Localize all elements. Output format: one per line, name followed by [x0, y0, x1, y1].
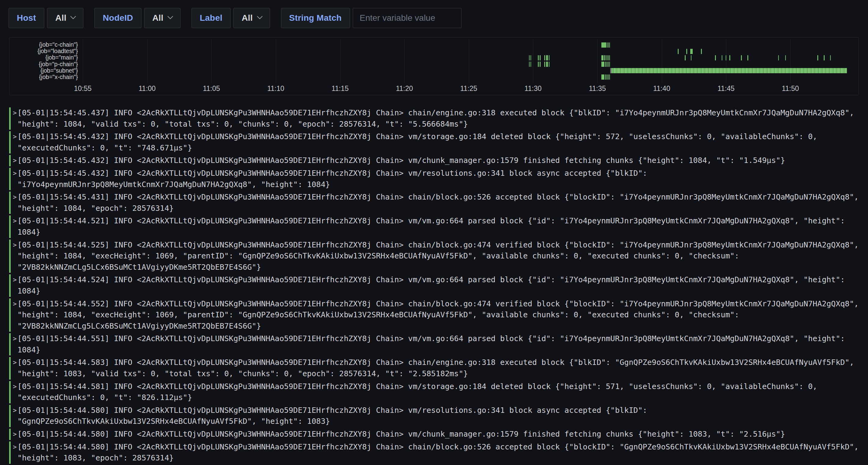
log-volume-panel: 10:5511:0011:0511:1011:1511:2011:2511:30…: [9, 37, 859, 95]
log-row[interactable]: >[05-01|15:54:44.580] INFO <2AcRkXTLLtQj…: [9, 441, 859, 464]
x-axis-tick-label: 11:15: [332, 85, 349, 93]
variable-value-nodeid[interactable]: All: [144, 8, 181, 28]
log-row[interactable]: >[05-01|15:54:45.437] INFO <2AcRkXTLLtQj…: [9, 107, 859, 130]
log-row[interactable]: >[05-01|15:54:44.581] INFO <2AcRkXTLLtQj…: [9, 381, 859, 403]
volume-bar: [601, 55, 603, 60]
volume-bar: [544, 55, 545, 60]
volume-bar: [609, 74, 610, 80]
expand-row-icon[interactable]: >: [11, 357, 18, 368]
expand-row-icon[interactable]: >: [11, 405, 18, 416]
x-gridline: [533, 39, 533, 83]
legend-item[interactable]: {job="x-chain"}: [12, 74, 78, 80]
volume-bar: [608, 74, 609, 80]
log-row[interactable]: >[05-01|15:54:45.432] INFO <2AcRkXTLLtQj…: [9, 131, 859, 154]
x-gridline: [469, 39, 469, 83]
volume-bar: [549, 62, 550, 67]
legend-item[interactable]: {job="p-chain"}: [12, 61, 78, 67]
legend-item[interactable]: {job="loadtest"}: [12, 48, 78, 54]
volume-bar: [549, 55, 550, 60]
log-line-text: [05-01|15:54:44.552] INFO <2AcRkXTLLtQjv…: [18, 298, 859, 332]
variable-group-label: LabelAll: [191, 8, 270, 28]
log-line-text: [05-01|15:54:44.580] INFO <2AcRkXTLLtQjv…: [18, 405, 859, 427]
log-row[interactable]: >[05-01|15:54:44.580] INFO <2AcRkXTLLtQj…: [9, 429, 859, 440]
log-line-text: [05-01|15:54:44.580] INFO <2AcRkXTLLtQjv…: [18, 429, 859, 440]
string-match-label: String Match: [281, 8, 350, 28]
volume-bar: [778, 55, 779, 60]
volume-bar: [546, 62, 548, 67]
legend-item[interactable]: {job="subnet"}: [12, 67, 78, 74]
x-gridline: [276, 39, 276, 83]
x-gridline: [404, 39, 405, 83]
volume-bar: [701, 49, 702, 54]
log-row[interactable]: >[05-01|15:54:44.583] INFO <2AcRkXTLLtQj…: [9, 357, 859, 379]
variables-toolbar: HostAllNodeIDAllLabelAll String Match: [8, 8, 462, 28]
log-row[interactable]: >[05-01|15:54:44.524] INFO <2AcRkXTLLtQj…: [9, 274, 859, 297]
volume-bar: [538, 55, 539, 60]
x-axis-tick-label: 11:20: [396, 85, 413, 93]
variable-value-host[interactable]: All: [47, 8, 83, 28]
volume-bar: [741, 55, 742, 60]
volume-bar: [830, 55, 831, 60]
volume-bar: [529, 55, 530, 60]
log-row[interactable]: >[05-01|15:54:44.552] INFO <2AcRkXTLLtQj…: [9, 298, 859, 332]
log-row[interactable]: >[05-01|15:54:45.431] INFO <2AcRkXTLLtQj…: [9, 192, 859, 214]
x-axis-tick-label: 11:25: [460, 85, 477, 93]
volume-bar: [612, 68, 847, 73]
expand-row-icon[interactable]: >: [11, 429, 18, 440]
volume-bar: [608, 42, 609, 47]
volume-bar: [538, 62, 539, 67]
expand-row-icon[interactable]: >: [11, 274, 18, 286]
legend-item[interactable]: {job="c-chain"}: [12, 41, 78, 48]
x-gridline: [790, 39, 791, 83]
volume-bar: [530, 55, 531, 60]
log-row[interactable]: >[05-01|15:54:45.432] INFO <2AcRkXTLLtQj…: [9, 155, 859, 166]
chevron-down-icon: [257, 13, 262, 19]
variable-value-text: All: [152, 13, 163, 23]
volume-bar: [715, 55, 716, 60]
expand-row-icon[interactable]: >: [11, 239, 18, 251]
volume-legend: {job="c-chain"}{job="loadtest"}{job="mai…: [12, 41, 78, 80]
expand-row-icon[interactable]: >: [11, 381, 18, 392]
expand-row-icon[interactable]: >: [11, 215, 18, 227]
x-axis-tick-label: 11:50: [782, 85, 799, 93]
x-gridline: [662, 39, 662, 83]
variable-value-label[interactable]: All: [233, 8, 270, 28]
legend-item[interactable]: {job="main"}: [12, 54, 78, 61]
expand-row-icon[interactable]: >: [11, 155, 18, 166]
volume-bar: [607, 55, 608, 60]
x-gridline: [211, 39, 212, 83]
log-list: >[05-01|15:54:45.437] INFO <2AcRkXTLLtQj…: [9, 107, 859, 465]
chevron-down-icon: [167, 13, 173, 19]
log-line-text: [05-01|15:54:44.581] INFO <2AcRkXTLLtQjv…: [18, 381, 859, 403]
string-match-input[interactable]: [353, 8, 462, 28]
volume-bar: [785, 55, 786, 60]
log-row[interactable]: >[05-01|15:54:44.521] INFO <2AcRkXTLLtQj…: [9, 215, 859, 238]
volume-bar: [609, 62, 610, 67]
variable-group-nodeid: NodeIDAll: [94, 8, 181, 28]
expand-row-icon[interactable]: >: [11, 333, 18, 344]
volume-bar: [607, 74, 608, 80]
volume-bar: [817, 55, 818, 60]
string-match-group: String Match: [281, 8, 462, 28]
volume-bar: [722, 55, 723, 60]
expand-row-icon[interactable]: >: [11, 131, 18, 142]
log-row[interactable]: >[05-01|15:54:45.432] INFO <2AcRkXTLLtQj…: [9, 168, 859, 190]
expand-row-icon[interactable]: >: [11, 441, 18, 453]
log-line-text: [05-01|15:54:44.525] INFO <2AcRkXTLLtQjv…: [18, 239, 859, 273]
expand-row-icon[interactable]: >: [11, 107, 18, 119]
expand-row-icon[interactable]: >: [11, 192, 18, 203]
volume-bar: [726, 55, 726, 60]
x-gridline: [147, 39, 148, 83]
volume-bar: [608, 55, 609, 60]
log-row[interactable]: >[05-01|15:54:44.580] INFO <2AcRkXTLLtQj…: [9, 405, 859, 427]
log-line-text: [05-01|15:54:45.437] INFO <2AcRkXTLLtQjv…: [18, 107, 859, 130]
log-row[interactable]: >[05-01|15:54:44.551] INFO <2AcRkXTLLtQj…: [9, 333, 859, 356]
expand-row-icon[interactable]: >: [11, 298, 18, 310]
volume-bar: [690, 49, 693, 54]
variable-groups: HostAllNodeIDAllLabelAll: [8, 8, 270, 28]
volume-bar: [686, 49, 687, 54]
expand-row-icon[interactable]: >: [11, 168, 18, 179]
volume-bar: [824, 55, 825, 60]
log-row[interactable]: >[05-01|15:54:44.525] INFO <2AcRkXTLLtQj…: [9, 239, 859, 273]
volume-bar: [540, 55, 540, 60]
